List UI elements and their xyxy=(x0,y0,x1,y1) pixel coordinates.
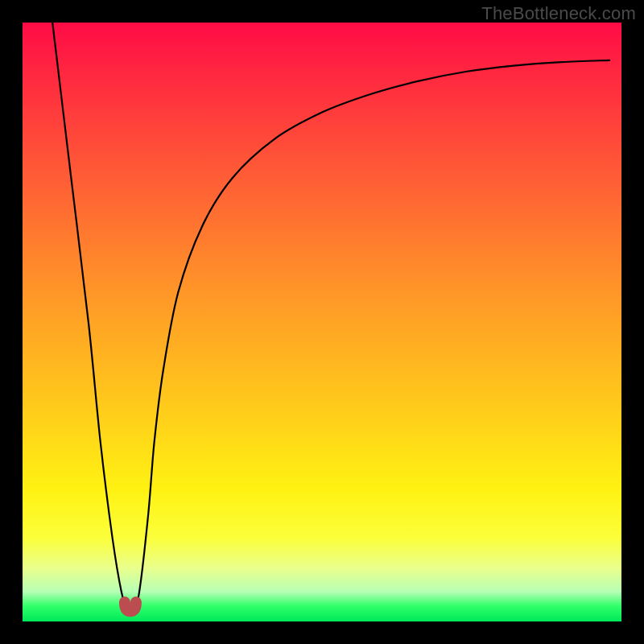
chart-plot-area xyxy=(23,23,621,621)
minimum-marker xyxy=(125,602,136,611)
watermark-text: TheBottleneck.com xyxy=(481,3,636,24)
bottleneck-curve xyxy=(52,23,609,612)
chart-svg xyxy=(23,23,621,621)
